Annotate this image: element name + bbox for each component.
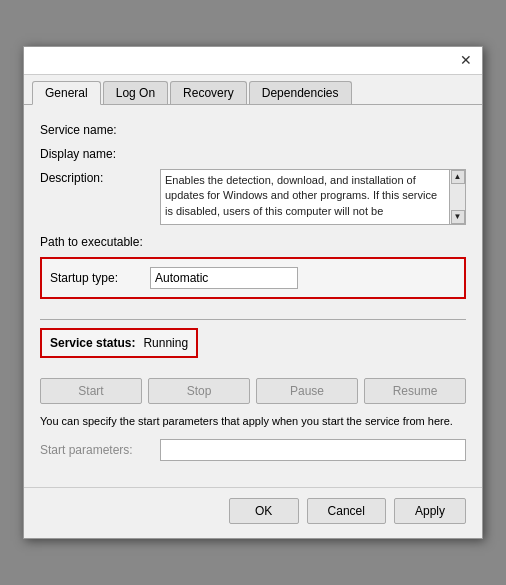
scroll-down-btn[interactable]: ▼ bbox=[451, 210, 465, 224]
service-status-section: Service status: Running bbox=[40, 328, 198, 358]
close-button[interactable]: ✕ bbox=[456, 50, 476, 70]
tab-general[interactable]: General bbox=[32, 81, 101, 105]
tab-recovery[interactable]: Recovery bbox=[170, 81, 247, 104]
startup-section: Startup type: Automatic Manual Disabled … bbox=[40, 257, 466, 299]
startup-row: Startup type: Automatic Manual Disabled … bbox=[50, 267, 456, 289]
tab-content: Service name: Display name: Description:… bbox=[24, 105, 482, 487]
service-status-label: Service status: bbox=[50, 336, 135, 350]
start-button[interactable]: Start bbox=[40, 378, 142, 404]
params-row: Start parameters: bbox=[40, 439, 466, 461]
pause-button[interactable]: Pause bbox=[256, 378, 358, 404]
startup-select-wrapper: Automatic Manual Disabled Automatic (Del… bbox=[150, 267, 456, 289]
display-name-row: Display name: bbox=[40, 145, 466, 161]
scroll-track bbox=[450, 184, 465, 210]
status-container: Service status: Running bbox=[40, 328, 466, 368]
startup-label: Startup type: bbox=[50, 271, 150, 285]
path-row: Path to executable: bbox=[40, 233, 466, 249]
resume-button[interactable]: Resume bbox=[364, 378, 466, 404]
description-scrollbar: ▲ ▼ bbox=[449, 170, 465, 224]
apply-button[interactable]: Apply bbox=[394, 498, 466, 524]
display-name-label: Display name: bbox=[40, 145, 160, 161]
service-name-label: Service name: bbox=[40, 121, 160, 137]
cancel-button[interactable]: Cancel bbox=[307, 498, 386, 524]
description-text: Enables the detection, download, and ins… bbox=[165, 173, 461, 219]
service-name-row: Service name: bbox=[40, 121, 466, 137]
path-label: Path to executable: bbox=[40, 233, 160, 249]
startup-type-select[interactable]: Automatic Manual Disabled Automatic (Del… bbox=[150, 267, 298, 289]
description-row: Description: Enables the detection, down… bbox=[40, 169, 466, 225]
tab-dependencies[interactable]: Dependencies bbox=[249, 81, 352, 104]
description-box: Enables the detection, download, and ins… bbox=[160, 169, 466, 225]
action-buttons-row: Start Stop Pause Resume bbox=[40, 378, 466, 404]
params-note: You can specify the start parameters tha… bbox=[40, 414, 466, 429]
title-bar: ✕ bbox=[24, 47, 482, 75]
description-label: Description: bbox=[40, 169, 160, 185]
ok-button[interactable]: OK bbox=[229, 498, 299, 524]
service-status-value: Running bbox=[143, 336, 188, 350]
tab-bar: General Log On Recovery Dependencies bbox=[24, 75, 482, 105]
params-label: Start parameters: bbox=[40, 443, 160, 457]
scroll-up-btn[interactable]: ▲ bbox=[451, 170, 465, 184]
divider bbox=[40, 319, 466, 320]
tab-logon[interactable]: Log On bbox=[103, 81, 168, 104]
stop-button[interactable]: Stop bbox=[148, 378, 250, 404]
service-properties-dialog: ✕ General Log On Recovery Dependencies S… bbox=[23, 46, 483, 539]
dialog-footer: OK Cancel Apply bbox=[24, 487, 482, 538]
params-input[interactable] bbox=[160, 439, 466, 461]
